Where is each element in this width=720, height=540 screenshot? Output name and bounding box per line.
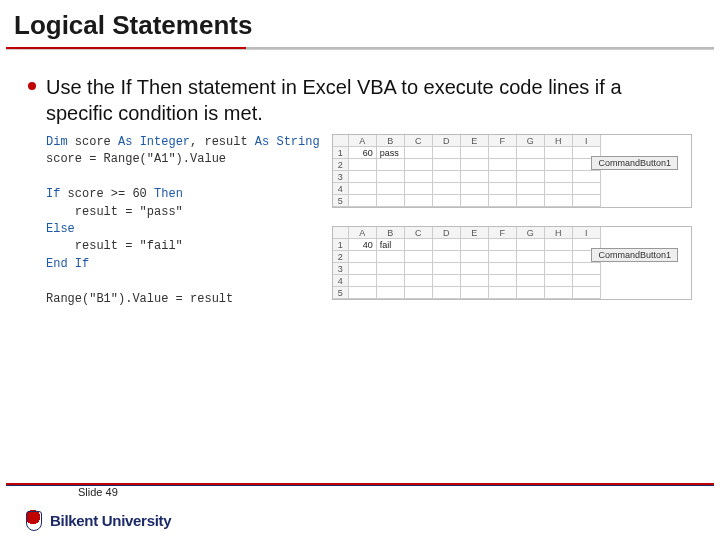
cell — [545, 147, 573, 159]
cell — [405, 195, 433, 207]
row-header: 4 — [333, 183, 349, 195]
cell — [545, 171, 573, 183]
bullet-text: Use the If Then statement in Excel VBA t… — [46, 74, 692, 126]
cell-a1: 60 — [349, 147, 377, 159]
corner-cell — [333, 135, 349, 147]
row-header: 3 — [333, 263, 349, 275]
command-button[interactable]: CommandButton1 — [591, 156, 678, 170]
code-line: score = Range("A1").Value — [46, 152, 226, 166]
col-header: C — [405, 227, 433, 239]
cell — [489, 183, 517, 195]
cell — [377, 195, 405, 207]
cell — [433, 147, 461, 159]
kw-then: Then — [154, 187, 183, 201]
cell — [405, 263, 433, 275]
bullet-item: Use the If Then statement in Excel VBA t… — [28, 74, 692, 126]
cell — [433, 195, 461, 207]
col-header: I — [573, 135, 601, 147]
cell — [461, 251, 489, 263]
col-header: G — [517, 135, 545, 147]
cell — [461, 287, 489, 299]
cell — [433, 263, 461, 275]
cell — [461, 159, 489, 171]
cell — [573, 275, 601, 287]
cell — [461, 183, 489, 195]
cell — [517, 251, 545, 263]
row-header: 5 — [333, 287, 349, 299]
cell — [517, 171, 545, 183]
cell — [405, 251, 433, 263]
row-header: 1 — [333, 147, 349, 159]
university-logo-icon — [24, 510, 42, 530]
cell — [433, 183, 461, 195]
cell-b1: pass — [377, 147, 405, 159]
cell — [461, 147, 489, 159]
col-header: H — [545, 227, 573, 239]
row-header: 3 — [333, 171, 349, 183]
col-header: E — [461, 135, 489, 147]
cell — [573, 171, 601, 183]
cell-a1: 40 — [349, 239, 377, 251]
cell — [349, 251, 377, 263]
col-header: A — [349, 227, 377, 239]
cell — [545, 287, 573, 299]
cell — [405, 147, 433, 159]
cell — [405, 171, 433, 183]
kw-as-string: As String — [255, 135, 320, 149]
cell — [545, 183, 573, 195]
cell — [349, 183, 377, 195]
cell — [573, 195, 601, 207]
row-header: 5 — [333, 195, 349, 207]
cell — [517, 263, 545, 275]
cell — [489, 287, 517, 299]
cell — [489, 195, 517, 207]
corner-cell — [333, 227, 349, 239]
slide-number: Slide 49 — [78, 486, 720, 498]
cell — [377, 171, 405, 183]
cell — [405, 275, 433, 287]
cell — [489, 159, 517, 171]
university-name: Bilkent University — [50, 512, 171, 529]
excel-sheet-fail: A B C D E F G H I 1 40 fail — [332, 226, 692, 300]
cell — [573, 183, 601, 195]
cell — [517, 287, 545, 299]
kw-as-integer: As Integer — [118, 135, 190, 149]
kw-else: Else — [46, 222, 75, 236]
cell — [545, 275, 573, 287]
cell — [545, 195, 573, 207]
cell — [349, 275, 377, 287]
cell — [573, 287, 601, 299]
cell — [377, 183, 405, 195]
cell — [405, 159, 433, 171]
kw-endif: End If — [46, 257, 89, 271]
cell — [433, 287, 461, 299]
cell — [461, 263, 489, 275]
cell — [489, 263, 517, 275]
col-header: A — [349, 135, 377, 147]
cell — [377, 251, 405, 263]
cell — [545, 159, 573, 171]
cell — [377, 159, 405, 171]
row-header: 2 — [333, 159, 349, 171]
cell — [489, 251, 517, 263]
slide-title: Logical Statements — [0, 0, 720, 47]
cell — [545, 263, 573, 275]
cell — [349, 159, 377, 171]
excel-sheet-pass: A B C D E F G H I 1 60 pass — [332, 134, 692, 208]
cell — [433, 171, 461, 183]
cell — [461, 171, 489, 183]
cell — [349, 287, 377, 299]
row-header: 4 — [333, 275, 349, 287]
cell — [489, 239, 517, 251]
cell — [573, 263, 601, 275]
cell — [405, 239, 433, 251]
col-header: B — [377, 135, 405, 147]
kw-if: If — [46, 187, 60, 201]
code-block: Dim score As Integer, result As String s… — [46, 134, 320, 308]
col-header: D — [433, 227, 461, 239]
cell — [377, 275, 405, 287]
command-button[interactable]: CommandButton1 — [591, 248, 678, 262]
code-frag: score — [68, 135, 118, 149]
cell — [489, 147, 517, 159]
cell — [377, 287, 405, 299]
